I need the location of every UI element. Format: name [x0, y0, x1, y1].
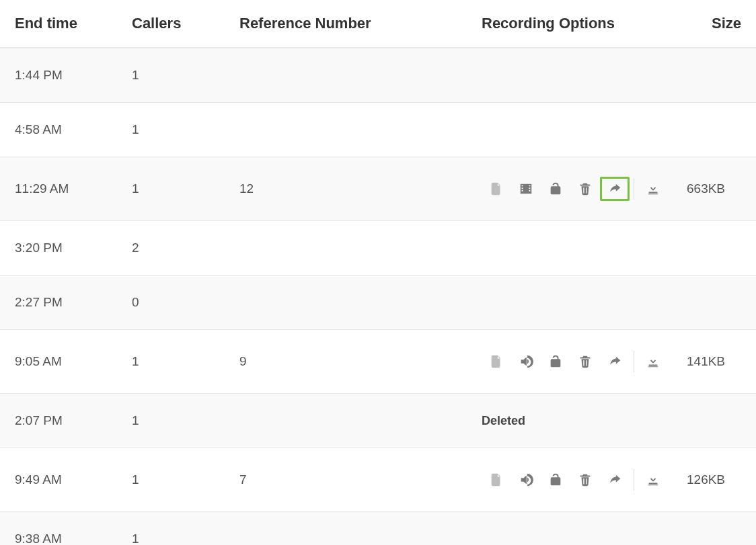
share-icon — [607, 354, 622, 369]
download-button[interactable] — [638, 177, 668, 201]
film-icon — [519, 181, 533, 196]
size-value: 126KB — [687, 472, 725, 487]
share-button[interactable] — [600, 468, 630, 492]
callers-value: 1 — [132, 181, 139, 196]
callers-value: 1 — [132, 472, 139, 487]
delete-button[interactable] — [570, 349, 600, 374]
table-row: 2:07 PM1Deleted — [0, 394, 756, 448]
annotate-button[interactable] — [482, 468, 511, 492]
table-row: 2:27 PM0 — [0, 276, 756, 330]
document-icon — [489, 472, 504, 487]
end-time-value: 2:07 PM — [15, 413, 63, 427]
table-row: 11:29 AM112663KB — [0, 157, 756, 221]
share-icon — [607, 472, 622, 487]
reference-value: 9 — [239, 354, 247, 368]
share-icon — [607, 181, 622, 196]
callers-value: 2 — [132, 241, 139, 255]
document-icon — [489, 354, 504, 369]
reference-value: 12 — [239, 181, 254, 196]
reference-value: 7 — [239, 472, 247, 487]
table-row: 9:38 AM1 — [0, 512, 756, 546]
download-icon — [646, 472, 660, 487]
deleted-label: Deleted — [482, 414, 525, 427]
table-row: 9:05 AM19141KB — [0, 330, 756, 394]
size-value: 141KB — [687, 354, 725, 368]
annotate-button[interactable] — [482, 177, 511, 201]
end-time-value: 2:27 PM — [15, 295, 63, 309]
callers-value: 1 — [132, 68, 139, 82]
audio-icon — [519, 472, 533, 487]
recording-actions — [482, 349, 679, 374]
annotate-button[interactable] — [482, 349, 511, 374]
col-recording-options[interactable]: Recording Options — [478, 0, 683, 48]
table-row: 1:44 PM1 — [0, 48, 756, 103]
download-icon — [646, 354, 660, 369]
trash-icon — [578, 181, 593, 196]
unlock-icon — [548, 472, 563, 487]
delete-button[interactable] — [570, 468, 600, 492]
callers-value: 1 — [132, 413, 139, 427]
share-button[interactable] — [600, 177, 630, 201]
size-value: 663KB — [687, 181, 725, 196]
audio-icon — [519, 354, 533, 369]
recordings-table: End time Callers Reference Number Record… — [0, 0, 756, 545]
col-callers[interactable]: Callers — [128, 0, 235, 48]
action-divider — [634, 469, 634, 491]
table-header-row: End time Callers Reference Number Record… — [0, 0, 756, 48]
end-time-value: 9:49 AM — [15, 472, 62, 487]
unlock-button[interactable] — [541, 349, 570, 374]
trash-icon — [578, 472, 593, 487]
document-icon — [489, 181, 504, 196]
callers-value: 1 — [132, 354, 139, 368]
table-row: 9:49 AM17126KB — [0, 448, 756, 512]
end-time-value: 9:38 AM — [15, 532, 62, 545]
col-end-time[interactable]: End time — [0, 0, 128, 48]
callers-value: 0 — [132, 295, 139, 309]
recording-actions — [482, 468, 679, 492]
video-button[interactable] — [511, 177, 541, 201]
end-time-value: 11:29 AM — [15, 181, 69, 196]
unlock-icon — [548, 181, 563, 196]
recording-actions — [482, 177, 679, 201]
download-icon — [646, 181, 660, 196]
action-divider — [634, 351, 634, 372]
callers-value: 1 — [132, 122, 139, 136]
callers-value: 1 — [132, 532, 139, 545]
trash-icon — [578, 354, 593, 369]
download-button[interactable] — [638, 468, 668, 492]
unlock-icon — [548, 354, 563, 369]
col-size[interactable]: Size — [683, 0, 756, 48]
download-button[interactable] — [638, 349, 668, 374]
end-time-value: 9:05 AM — [15, 354, 62, 368]
audio-button[interactable] — [511, 349, 541, 374]
end-time-value: 1:44 PM — [15, 68, 63, 82]
audio-button[interactable] — [511, 468, 541, 492]
unlock-button[interactable] — [541, 177, 570, 201]
delete-button[interactable] — [570, 177, 600, 201]
table-row: 3:20 PM2 — [0, 221, 756, 276]
end-time-value: 3:20 PM — [15, 241, 63, 255]
share-button[interactable] — [600, 349, 630, 374]
table-row: 4:58 AM1 — [0, 103, 756, 157]
unlock-button[interactable] — [541, 468, 570, 492]
end-time-value: 4:58 AM — [15, 122, 62, 136]
action-divider — [634, 178, 634, 200]
col-reference[interactable]: Reference Number — [235, 0, 478, 48]
